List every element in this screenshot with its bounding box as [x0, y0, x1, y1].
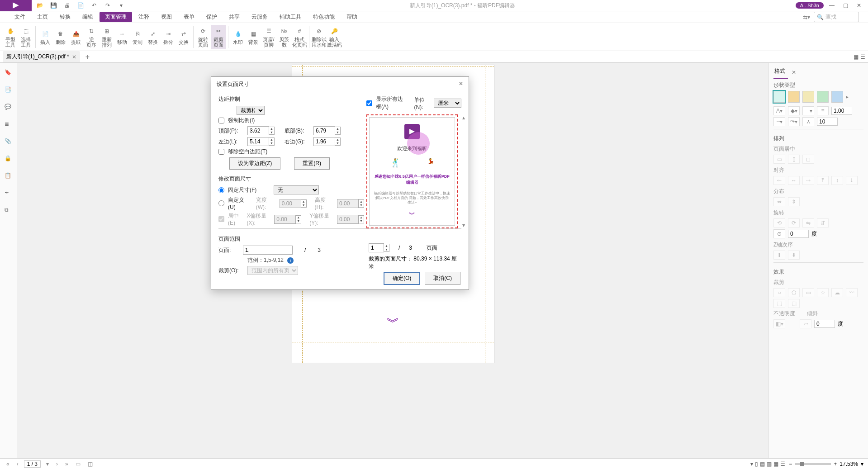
pages-icon[interactable]: 📑 — [5, 86, 13, 95]
zoom-out-button[interactable]: − — [789, 461, 792, 467]
menu-accessibility[interactable]: 辅助工具 — [274, 12, 307, 22]
crop-box-select[interactable]: 裁剪框 — [237, 106, 265, 115]
menu-features[interactable]: 特色功能 — [308, 12, 340, 22]
last-page-button[interactable]: » — [63, 461, 70, 467]
menu-share[interactable]: 共享 — [223, 12, 245, 22]
crop-wave-button[interactable]: 〰 — [846, 288, 858, 297]
open-icon[interactable]: 📂 — [36, 2, 43, 9]
grid-view-icon[interactable]: ▦ — [854, 54, 859, 60]
miter-button[interactable]: ⋏ — [802, 117, 814, 126]
ok-button[interactable]: 确定(O) — [384, 272, 420, 285]
swatch-more-icon[interactable]: ▸ — [846, 94, 849, 100]
view-facing-icon[interactable]: ▥ — [767, 461, 772, 467]
tool-replace[interactable]: ⤢替换 — [145, 28, 161, 47]
undo-icon[interactable]: ↶ — [90, 2, 98, 9]
tool-watermark[interactable]: 💧水印 — [230, 28, 246, 47]
save-icon[interactable]: 💾 — [50, 2, 57, 9]
line-style-button[interactable]: —▾ — [802, 106, 814, 115]
tool-move[interactable]: ↔移动 — [114, 28, 130, 47]
bookmark-icon[interactable]: 🔖 — [5, 69, 13, 77]
preview-page-spinner[interactable] — [369, 243, 384, 252]
crop-path1-button[interactable]: ⬚ — [773, 299, 785, 308]
form-icon[interactable]: 📋 — [5, 172, 13, 180]
redo-icon[interactable]: ↷ — [104, 2, 111, 9]
force-ratio-checkbox[interactable] — [218, 118, 224, 123]
view-facing-cont-icon[interactable]: ▦ — [773, 461, 778, 467]
crop-cloud-button[interactable]: ☁ — [831, 288, 843, 297]
tool-select[interactable]: ⬚选择 工具 — [18, 25, 33, 49]
page-mode1-icon[interactable]: ▭ — [74, 461, 82, 467]
fixed-size-select[interactable]: 无 — [274, 185, 319, 194]
first-page-button[interactable]: « — [5, 461, 11, 467]
view-continuous-icon[interactable]: ▤ — [760, 461, 765, 467]
align-top-button[interactable]: ⤒ — [817, 176, 829, 185]
page-icon[interactable]: 📄 — [77, 2, 84, 9]
menu-view[interactable]: 视图 — [156, 12, 177, 22]
swatch-3[interactable] — [802, 91, 814, 103]
line-weight-button[interactable]: ≡ — [817, 106, 829, 115]
show-all-boxes-checkbox[interactable] — [366, 100, 372, 106]
fixed-size-radio[interactable] — [218, 187, 224, 193]
list-view-icon[interactable]: ☰ — [860, 54, 865, 60]
menu-protect[interactable]: 保护 — [201, 12, 223, 22]
distribute-v-button[interactable]: ⇕ — [788, 197, 800, 206]
line-width-input[interactable] — [831, 107, 852, 115]
right-spin-up[interactable]: ▲ — [335, 138, 340, 142]
align-bottom-button[interactable]: ⤓ — [846, 176, 858, 185]
page-mode2-icon[interactable]: ◫ — [86, 461, 95, 467]
preview-page-up[interactable]: ▲ — [384, 244, 389, 248]
top-input[interactable] — [247, 126, 269, 135]
tool-hand[interactable]: ✋手型 工具 — [3, 25, 18, 49]
right-spin-down[interactable]: ▼ — [335, 142, 340, 145]
qat-dropdown-icon[interactable]: ▾ — [118, 2, 125, 9]
view-single-icon[interactable]: ▯ — [755, 461, 758, 467]
crop-rect-button[interactable]: ▭ — [802, 288, 814, 297]
info-icon[interactable]: i — [287, 257, 294, 264]
add-tab-button[interactable]: + — [85, 53, 90, 61]
tool-extract[interactable]: 📤提取 — [68, 28, 84, 47]
miter-input[interactable] — [817, 118, 838, 126]
rotate-ccw-button[interactable]: ⟲ — [773, 218, 785, 227]
reset-button[interactable]: 重置(R) — [294, 157, 330, 170]
tool-split[interactable]: ⇥拆分 — [161, 28, 176, 47]
tool-activate[interactable]: 🔑输入 激活码 — [327, 25, 342, 49]
align-right-button[interactable]: ⤏ — [802, 176, 814, 185]
set-zero-button[interactable]: 设为零边距(Z) — [229, 157, 280, 170]
menu-edit[interactable]: 编辑 — [77, 12, 99, 22]
rotate-cw-button[interactable]: ⟳ — [788, 218, 800, 227]
close-window-button[interactable]: ✕ — [854, 2, 864, 9]
document-tab[interactable]: 新人引导(1)_OCR(3).pdf * ✕ — [3, 51, 80, 62]
menu-file[interactable]: 文件 — [9, 12, 31, 22]
ribbon-options-icon[interactable]: ⇆▾ — [803, 14, 810, 20]
menu-page-organize[interactable]: 页面管理 — [100, 12, 132, 22]
bring-front-button[interactable]: ⬆ — [773, 251, 785, 260]
page-range-input[interactable] — [243, 246, 293, 255]
align-center-button[interactable]: ↔ — [788, 176, 800, 185]
top-spin-up[interactable]: ▲ — [269, 127, 274, 131]
skew-input[interactable] — [814, 320, 835, 328]
custom-size-radio[interactable] — [218, 200, 224, 206]
tool-rearrange[interactable]: ⊞重新 排列 — [99, 25, 114, 49]
comments-icon[interactable]: 💬 — [5, 104, 13, 112]
page-dropdown[interactable]: ▾ — [44, 461, 51, 467]
user-badge[interactable]: A - Sh3n — [796, 2, 824, 9]
crop-path2-button[interactable]: ⬚ — [788, 299, 800, 308]
distribute-h-button[interactable]: ⇔ — [773, 197, 785, 206]
zoom-dropdown-icon[interactable]: ▾ — [861, 461, 863, 467]
tool-format-number[interactable]: #格式 化页码 — [292, 25, 307, 49]
compare-icon[interactable]: ⧉ — [5, 207, 13, 215]
tool-crop[interactable]: ✂裁剪 页面 — [211, 25, 226, 49]
maximize-button[interactable]: ▢ — [840, 2, 851, 9]
flip-v-button[interactable]: ⇵ — [817, 218, 829, 227]
crop-poly-button[interactable]: ⬠ — [788, 288, 800, 297]
left-spin-down[interactable]: ▼ — [269, 142, 274, 145]
tool-duplicate[interactable]: ⎘复制 — [130, 28, 145, 47]
preview-scroll-down[interactable]: ▾ — [462, 222, 470, 228]
menu-convert[interactable]: 转换 — [54, 12, 76, 22]
crop-ellipse-button[interactable]: ○ — [773, 288, 785, 297]
tool-background[interactable]: ▦背景 — [246, 28, 261, 47]
unit-select[interactable]: 厘米 — [434, 99, 461, 108]
attachment-icon[interactable]: 📎 — [5, 138, 13, 146]
left-input[interactable] — [247, 137, 269, 146]
bottom-spin-up[interactable]: ▲ — [335, 127, 340, 131]
